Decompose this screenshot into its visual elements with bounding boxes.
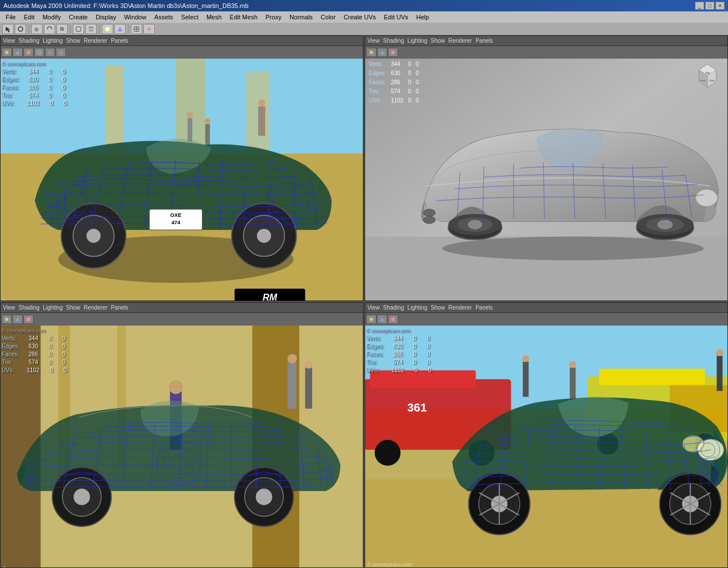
move-tool-btn[interactable]: ⊕ <box>31 24 43 34</box>
vp2-btn-3[interactable] <box>388 48 398 57</box>
close-button[interactable]: × <box>715 2 725 10</box>
vp1-menu-renderer[interactable]: Renderer <box>84 38 107 44</box>
menu-normals[interactable]: Normals <box>286 13 316 21</box>
vp3-menu-lighting[interactable]: Lighting <box>43 304 63 311</box>
menu-color[interactable]: Color <box>317 13 339 21</box>
menu-modify[interactable]: Modify <box>39 13 64 21</box>
viewport-2[interactable]: View Shading Lighting Show Renderer Pane… <box>365 35 728 301</box>
rotate-tool-btn[interactable] <box>44 24 55 34</box>
vp2-menu-panels[interactable]: Panels <box>475 38 493 44</box>
svg-rect-70 <box>391 51 395 54</box>
vp3-menu-show[interactable]: Show <box>66 304 80 311</box>
svg-rect-3 <box>61 28 63 30</box>
vp4-scene-svg: 361 <box>365 303 727 567</box>
vp3-menu-panels[interactable]: Panels <box>111 304 129 311</box>
menu-proxy[interactable]: Proxy <box>262 13 285 21</box>
menu-createuvs[interactable]: Create UVs <box>340 13 379 21</box>
minimize-button[interactable]: _ <box>695 2 704 10</box>
viewport-3[interactable]: View Shading Lighting Show Renderer Pane… <box>0 302 363 568</box>
vp1-menu-panels[interactable]: Panels <box>111 38 129 44</box>
svg-text:Top: Top <box>705 71 710 75</box>
menu-mesh[interactable]: Mesh <box>203 13 225 21</box>
menu-file[interactable]: File <box>2 13 19 21</box>
vp1-menu-show[interactable]: Show <box>66 38 80 44</box>
svg-rect-103 <box>27 318 30 321</box>
vp3-scene-svg: © conceptcars.com <box>1 303 363 567</box>
vp4-menu-panels[interactable]: Panels <box>475 304 493 311</box>
menu-assets[interactable]: Assets <box>151 13 176 21</box>
vp2-nav-cube[interactable]: Top Front Right <box>693 61 722 90</box>
menu-help[interactable]: Help <box>413 13 433 21</box>
vp4-menu-show[interactable]: Show <box>431 304 445 311</box>
svg-point-42 <box>257 229 271 243</box>
svg-point-108 <box>288 354 297 364</box>
vp4-btn-3[interactable] <box>388 315 398 324</box>
vp2-menu-lighting[interactable]: Lighting <box>407 38 427 44</box>
svg-point-162 <box>716 349 723 356</box>
svg-text:Front: Front <box>700 79 706 82</box>
vp2-btn-1[interactable] <box>366 48 377 57</box>
menu-window[interactable]: Window <box>121 13 150 21</box>
vp1-btn-2[interactable] <box>13 48 23 57</box>
vp3-menu-shading[interactable]: Shading <box>19 304 40 311</box>
svg-rect-159 <box>570 368 576 400</box>
vp3-btn-2[interactable] <box>13 315 23 324</box>
vp1-menu-shading[interactable]: Shading <box>19 38 40 44</box>
vp1-btn-3[interactable] <box>23 48 34 57</box>
toolbar-sep-4 <box>128 24 129 34</box>
svg-rect-148 <box>370 371 476 388</box>
grid-btn[interactable] <box>131 24 142 34</box>
svg-rect-33 <box>205 124 210 145</box>
vp2-btn-2[interactable] <box>377 48 387 57</box>
svg-rect-6 <box>89 27 93 28</box>
scale-tool-btn[interactable] <box>56 24 68 34</box>
vp4-menu-renderer[interactable]: Renderer <box>448 304 472 311</box>
vp2-menu-shading[interactable]: Shading <box>383 38 404 44</box>
vp1-btn-4[interactable] <box>34 48 44 57</box>
vp2-menu-show[interactable]: Show <box>431 38 445 44</box>
vp1-menu-lighting[interactable]: Lighting <box>43 38 63 44</box>
menu-select[interactable]: Select <box>177 13 202 21</box>
channel-box-btn[interactable] <box>85 24 97 34</box>
svg-point-36 <box>258 100 265 106</box>
vp1-btn-6[interactable] <box>56 48 66 57</box>
vp4-menu-view[interactable]: View <box>367 304 380 311</box>
vp3-btn-3[interactable] <box>23 315 34 324</box>
menu-create[interactable]: Create <box>65 13 91 21</box>
render-btn[interactable] <box>102 24 113 34</box>
svg-point-83 <box>423 209 435 217</box>
vp4-btn-1[interactable] <box>366 315 377 324</box>
snap-grid-btn[interactable] <box>143 24 155 34</box>
paint-tool-btn[interactable] <box>15 24 26 34</box>
vp1-btn-1[interactable] <box>2 48 12 57</box>
vp2-menu-view[interactable]: View <box>367 38 380 44</box>
svg-marker-9 <box>118 27 122 31</box>
menu-edit[interactable]: Edit <box>20 13 38 21</box>
menu-bar: File Edit Modify Create Display Window A… <box>0 11 728 23</box>
vp4-menu-lighting[interactable]: Lighting <box>407 304 427 311</box>
ipo-btn[interactable] <box>114 24 126 34</box>
vp3-btn-1[interactable] <box>2 315 12 324</box>
menu-display[interactable]: Display <box>92 13 119 21</box>
vp1-menu-view[interactable]: View <box>3 38 15 44</box>
vp4-header: View Shading Lighting Show Renderer Pane… <box>365 303 727 313</box>
maximize-button[interactable]: □ <box>705 2 714 10</box>
vp3-menu-renderer[interactable]: Renderer <box>84 304 107 311</box>
svg-text:Right: Right <box>709 79 715 82</box>
svg-rect-107 <box>288 361 297 409</box>
viewport-4[interactable]: View Shading Lighting Show Renderer Pane… <box>365 302 728 568</box>
vp4-menu-shading[interactable]: Shading <box>383 304 404 311</box>
vp2-menu-renderer[interactable]: Renderer <box>448 38 472 44</box>
title-text: Autodesk Maya 2009 Unlimited: F:\Works 3… <box>3 2 249 9</box>
vp4-btn-2[interactable] <box>377 315 387 324</box>
main-toolbar: ⊕ <box>0 23 728 35</box>
select-tool-btn[interactable] <box>2 24 14 34</box>
menu-editmesh[interactable]: Edit Mesh <box>226 13 261 21</box>
history-btn[interactable] <box>73 24 84 34</box>
vp1-btn-5[interactable] <box>45 48 55 57</box>
svg-point-19 <box>5 51 9 54</box>
viewport-1[interactable]: View Shading Lighting Show Renderer Pane… <box>0 35 363 301</box>
vp3-menu-view[interactable]: View <box>3 304 15 311</box>
svg-text:OXE: OXE <box>170 212 181 218</box>
menu-edituvs[interactable]: Edit UVs <box>380 13 412 21</box>
